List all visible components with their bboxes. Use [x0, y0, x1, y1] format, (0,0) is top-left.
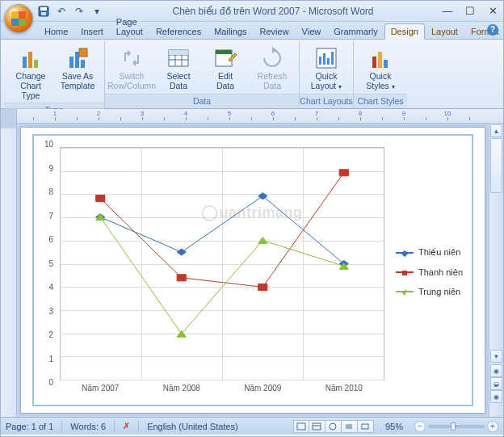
quick-layout-button[interactable]: QuickLayout ▾ [304, 43, 348, 93]
tab-grammarly[interactable]: Grammarly [327, 23, 384, 39]
tab-page-layout[interactable]: Page Layout [110, 14, 149, 39]
tab-references[interactable]: References [149, 23, 208, 39]
legend-item: Thanh niên [396, 267, 467, 277]
scroll-up-button[interactable]: ▲ [490, 124, 502, 137]
refresh-data-label: RefreshData [258, 71, 288, 90]
svg-rect-22 [331, 52, 334, 65]
tab-insert[interactable]: Insert [74, 23, 110, 39]
page: 012345678910 Năm 2007Năm 2008Năm 2009Năm… [20, 127, 485, 414]
svg-rect-26 [297, 423, 305, 430]
title-bar: ↶ ↷ ▾ Chèn biểu đồ trên Word 2007 - Micr… [1, 1, 503, 22]
zoom-level[interactable]: 95% [385, 422, 403, 431]
switch-row-column-button: SwitchRow/Column [110, 43, 153, 93]
legend-swatch-icon [396, 271, 414, 273]
svg-rect-4 [28, 52, 32, 68]
vertical-scrollbar[interactable]: ▲ ▼ ◉ ◒ ◉ [489, 124, 503, 417]
redo-icon[interactable]: ↷ [72, 4, 86, 19]
document-area: 12345678910 012345678910 Năm 2007Năm 200… [17, 109, 503, 417]
zoom-slider[interactable]: − + [414, 421, 498, 432]
outline-view-icon[interactable] [342, 420, 358, 433]
tab-view[interactable]: View [296, 23, 328, 39]
save-icon[interactable] [36, 4, 51, 19]
quick-styles-label: QuickStyles ▾ [366, 71, 395, 90]
svg-rect-25 [384, 60, 388, 68]
edit-data-label: EditData [216, 71, 234, 90]
change-chart-type-button[interactable]: Change ChartType [9, 43, 52, 103]
print-layout-view-icon[interactable] [293, 420, 309, 433]
group-title: Chart Layouts [300, 94, 353, 108]
help-icon[interactable]: ? [487, 24, 498, 36]
edit-data-button[interactable]: EditData [204, 43, 247, 93]
svg-point-29 [330, 423, 336, 430]
qat-customize-icon[interactable]: ▾ [90, 4, 104, 19]
tab-mailings[interactable]: Mailings [208, 23, 253, 39]
legend-swatch-icon [396, 291, 414, 292]
svg-rect-15 [169, 50, 188, 55]
zoom-out-button[interactable]: − [414, 421, 426, 432]
chart-series [60, 147, 384, 380]
proofing-icon[interactable]: ✗ [123, 421, 130, 431]
change-chart-type-label: Change ChartType [10, 71, 52, 100]
maximize-button[interactable]: ☐ [464, 5, 476, 17]
svg-rect-27 [313, 423, 321, 430]
close-button[interactable]: ✕ [487, 5, 498, 17]
minimize-button[interactable]: — [442, 5, 453, 17]
svg-rect-20 [323, 53, 326, 65]
next-page-button[interactable]: ◉ [490, 390, 502, 403]
edit-data-icon [212, 45, 238, 71]
refresh-data-button: RefreshData [250, 43, 294, 93]
svg-rect-19 [319, 57, 321, 65]
scroll-down-button[interactable]: ▼ [490, 350, 502, 363]
select-data-label: SelectData [166, 71, 190, 90]
change-chart-type-icon [18, 45, 44, 71]
save-as-template-button[interactable]: Save AsTemplate [56, 43, 99, 93]
quick-styles-button[interactable]: QuickStyles ▾ [359, 43, 402, 93]
chart-plot-area: 012345678910 Năm 2007Năm 2008Năm 2009Năm… [37, 144, 386, 400]
legend-item: Thiếu niên [396, 247, 467, 258]
svg-rect-21 [327, 58, 330, 65]
y-axis: 012345678910 [37, 144, 57, 382]
switch-row-column-label: SwitchRow/Column [107, 71, 156, 90]
quick-layout-label: QuickLayout ▾ [311, 71, 342, 90]
status-language[interactable]: English (United States) [147, 422, 238, 431]
workspace: 12345678910 012345678910 Năm 2007Năm 200… [1, 109, 503, 417]
svg-rect-3 [23, 57, 27, 68]
svg-rect-8 [81, 60, 85, 68]
window-title: Chèn biểu đồ trên Word 2007 - Microsoft … [104, 6, 442, 17]
ribbon-group-chart-layouts: QuickLayout ▾Chart Layouts [299, 41, 353, 108]
x-axis: Năm 2007Năm 2008Năm 2009Năm 2010 [60, 384, 384, 398]
ribbon-group-type: Change ChartTypeSave AsTemplateType [4, 41, 104, 108]
web-layout-view-icon[interactable] [326, 420, 342, 433]
tab-layout[interactable]: Layout [425, 23, 464, 39]
ribbon-tabs: HomeInsertPage LayoutReferencesMailingsR… [1, 22, 503, 40]
svg-rect-23 [372, 57, 376, 68]
ribbon-group-data: SwitchRow/ColumnSelectDataEditDataRefres… [104, 41, 299, 108]
status-words[interactable]: Words: 6 [70, 422, 106, 431]
quick-styles-icon [368, 45, 393, 71]
window-controls: — ☐ ✕ [442, 5, 503, 17]
prev-page-button[interactable]: ◉ [490, 364, 502, 377]
zoom-in-button[interactable]: + [487, 421, 498, 432]
browse-object-button[interactable]: ◒ [490, 377, 502, 390]
full-screen-view-icon[interactable] [309, 420, 326, 433]
tab-design[interactable]: Design [384, 23, 425, 40]
office-button[interactable] [4, 4, 33, 33]
chart-object[interactable]: 012345678910 Năm 2007Năm 2008Năm 2009Năm… [32, 134, 473, 406]
svg-rect-9 [79, 48, 87, 57]
tab-review[interactable]: Review [254, 23, 296, 39]
svg-rect-17 [216, 50, 232, 54]
legend-label: Trung niên [418, 287, 460, 296]
undo-icon[interactable]: ↶ [54, 4, 69, 19]
legend-swatch-icon [396, 252, 414, 254]
status-page[interactable]: Page: 1 of 1 [6, 422, 53, 431]
draft-view-icon[interactable] [358, 420, 374, 433]
legend-item: Trung niên [396, 287, 467, 296]
quick-layout-icon [313, 45, 339, 71]
scroll-thumb[interactable] [490, 138, 502, 193]
select-data-button[interactable]: SelectData [157, 43, 200, 93]
tab-home[interactable]: Home [38, 23, 74, 39]
ribbon-group-chart-styles: QuickStyles ▾Chart Styles [353, 41, 407, 108]
save-as-template-label: Save AsTemplate [61, 71, 95, 90]
view-buttons [293, 420, 374, 433]
chart-legend: Thiếu niênThanh niênTrung niên [386, 144, 467, 400]
